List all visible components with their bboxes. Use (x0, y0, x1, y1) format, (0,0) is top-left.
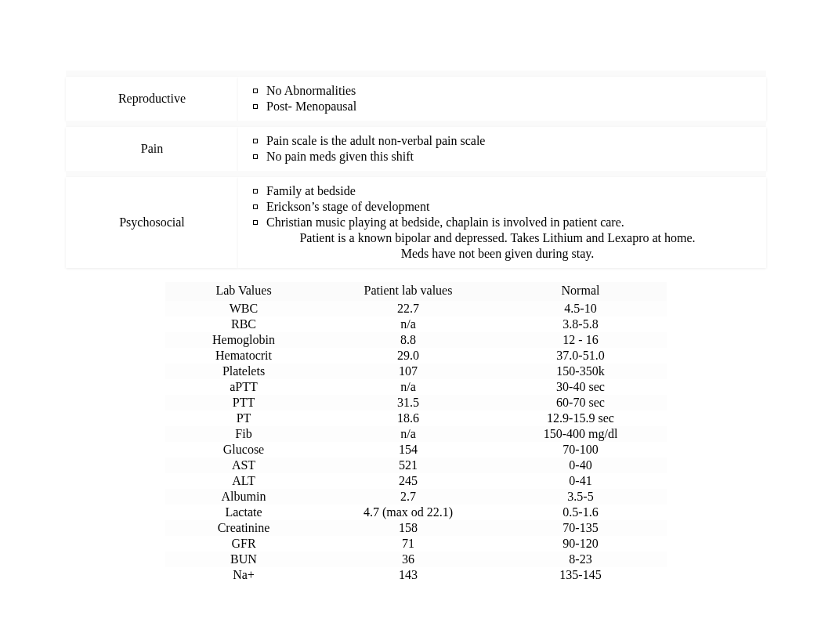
lab-name: GFR (165, 536, 322, 552)
lab-row: PT18.612.9-15.9 sec (165, 411, 667, 426)
lab-row: PTT31.560-70 sec (165, 395, 667, 411)
bullet-item: No Abnormalities (244, 83, 751, 99)
bullet-icon (244, 188, 266, 197)
bullet-item: Erickson’s stage of development (244, 199, 751, 215)
lab-normal: 8-23 (494, 552, 667, 567)
bullet-text: Pain scale is the adult non-verbal pain … (266, 134, 751, 148)
bullet-icon (244, 88, 266, 96)
bullet-text: Erickson’s stage of development (266, 200, 751, 214)
bullet-item: Pain scale is the adult non-verbal pain … (244, 133, 751, 149)
section-row: PsychosocialFamily at bedsideErickson’s … (66, 177, 766, 268)
lab-normal: 150-350k (494, 364, 667, 379)
lab-name: PTT (165, 395, 322, 411)
lab-name: Platelets (165, 364, 322, 379)
lab-value: 71 (322, 536, 494, 552)
section-title: Pain (66, 127, 238, 171)
lab-value: n/a (322, 317, 494, 332)
lab-normal: 0-41 (494, 473, 667, 489)
lab-row: Albumin2.73.5-5 (165, 489, 667, 505)
lab-row: ALT2450-41 (165, 473, 667, 489)
lab-row: RBCn/a3.8-5.8 (165, 317, 667, 332)
lab-normal: 4.5-10 (494, 301, 667, 317)
lab-name: Lactate (165, 505, 322, 520)
lab-row: Lactate4.7 (max od 22.1)0.5-1.6 (165, 505, 667, 520)
page: ReproductiveNo AbnormalitiesPost- Menopa… (0, 0, 832, 583)
section-content: Family at bedsideErickson’s stage of dev… (238, 177, 766, 268)
lab-header-value: Patient lab values (322, 282, 494, 301)
bullet-item: Family at bedside (244, 183, 751, 199)
lab-value: 22.7 (322, 301, 494, 317)
lab-value: 154 (322, 442, 494, 458)
bullet-text: Family at bedside (266, 184, 751, 198)
lab-normal: 12 - 16 (494, 332, 667, 348)
lab-normal: 150-400 mg/dl (494, 426, 667, 442)
lab-name: AST (165, 458, 322, 473)
bullet-text: No Abnormalities (266, 84, 751, 98)
lab-normal: 3.5-5 (494, 489, 667, 505)
lab-row: aPTTn/a30-40 sec (165, 379, 667, 395)
lab-values-table: Lab Values Patient lab values Normal WBC… (165, 282, 667, 583)
lab-value: 143 (322, 567, 494, 583)
section-content: No AbnormalitiesPost- Menopausal (238, 77, 766, 121)
lab-row: GFR7190-120 (165, 536, 667, 552)
lab-name: PT (165, 411, 322, 426)
lab-row: Platelets107150-350k (165, 364, 667, 379)
lab-name: Glucose (165, 442, 322, 458)
lab-name: WBC (165, 301, 322, 317)
lab-header-normal: Normal (494, 282, 667, 301)
lab-value: 29.0 (322, 348, 494, 364)
lab-row: WBC22.74.5-10 (165, 301, 667, 317)
lab-name: Hemoglobin (165, 332, 322, 348)
lab-value: 107 (322, 364, 494, 379)
lab-normal: 0-40 (494, 458, 667, 473)
bullet-item: Christian music playing at bedside, chap… (244, 215, 751, 230)
systems-table: ReproductiveNo AbnormalitiesPost- Menopa… (66, 71, 766, 268)
lab-normal: 12.9-15.9 sec (494, 411, 667, 426)
lab-name: Fib (165, 426, 322, 442)
lab-value: 245 (322, 473, 494, 489)
section-content: Pain scale is the adult non-verbal pain … (238, 127, 766, 171)
lab-values-section: Lab Values Patient lab values Normal WBC… (165, 282, 667, 583)
lab-row: Hematocrit29.037.0-51.0 (165, 348, 667, 364)
lab-header-name: Lab Values (165, 282, 322, 301)
lab-value: 8.8 (322, 332, 494, 348)
lab-row: Hemoglobin8.812 - 16 (165, 332, 667, 348)
lab-name: Albumin (165, 489, 322, 505)
bullet-text: Christian music playing at bedside, chap… (266, 215, 751, 230)
lab-row: Creatinine15870-135 (165, 520, 667, 536)
lab-name: aPTT (165, 379, 322, 395)
lab-normal: 60-70 sec (494, 395, 667, 411)
lab-row: Glucose15470-100 (165, 442, 667, 458)
lab-value: 18.6 (322, 411, 494, 426)
section-title: Reproductive (66, 77, 238, 121)
lab-value: 521 (322, 458, 494, 473)
section-row: PainPain scale is the adult non-verbal p… (66, 127, 766, 171)
lab-normal: 37.0-51.0 (494, 348, 667, 364)
bullet-icon (244, 204, 266, 212)
bullet-icon (244, 219, 266, 228)
bullet-text: No pain meds given this shift (266, 150, 751, 164)
lab-name: Na+ (165, 567, 322, 583)
lab-normal: 90-120 (494, 536, 667, 552)
lab-normal: 70-100 (494, 442, 667, 458)
lab-header-row: Lab Values Patient lab values Normal (165, 282, 667, 301)
lab-row: BUN368-23 (165, 552, 667, 567)
section-row: ReproductiveNo AbnormalitiesPost- Menopa… (66, 77, 766, 121)
lab-value: n/a (322, 426, 494, 442)
lab-normal: 0.5-1.6 (494, 505, 667, 520)
lab-value: 36 (322, 552, 494, 567)
lab-value: 4.7 (max od 22.1) (322, 505, 494, 520)
lab-row: Fibn/a150-400 mg/dl (165, 426, 667, 442)
bullet-item: Post- Menopausal (244, 99, 751, 114)
lab-normal: 3.8-5.8 (494, 317, 667, 332)
lab-value: 158 (322, 520, 494, 536)
lab-value: 31.5 (322, 395, 494, 411)
bullet-icon (244, 138, 266, 147)
lab-value: n/a (322, 379, 494, 395)
lab-row: AST5210-40 (165, 458, 667, 473)
bullet-icon (244, 103, 266, 112)
section-extra-text: Meds have not been given during stay. (244, 246, 751, 262)
lab-value: 2.7 (322, 489, 494, 505)
lab-normal: 135-145 (494, 567, 667, 583)
lab-name: Hematocrit (165, 348, 322, 364)
